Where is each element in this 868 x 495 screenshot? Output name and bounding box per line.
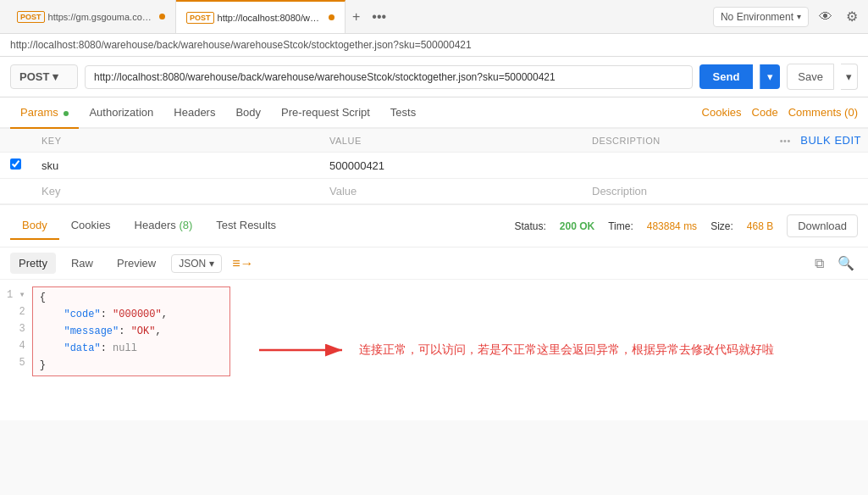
code-line-4: "data": null (40, 340, 223, 357)
status-label: Status: (514, 220, 545, 232)
tab-1[interactable]: POST https://gm.gsgouma.com/back/ (7, 0, 176, 33)
param-value-cell[interactable]: 500000421 (319, 153, 582, 179)
settings-icon-button[interactable]: ⚙ (843, 5, 861, 28)
th-actions: ••• Bulk Edit (717, 129, 868, 153)
param-checkbox[interactable] (10, 159, 21, 170)
resp-tab-body[interactable]: Body (10, 212, 59, 240)
params-dot (64, 111, 69, 116)
tab-actions: + ••• (349, 6, 390, 28)
download-button[interactable]: Download (787, 214, 858, 237)
param-row-actions (717, 153, 868, 179)
chevron-down-icon: ▾ (797, 12, 801, 21)
code-and-annotation: 1 ▾ 2 3 4 5 { "code": "000000", "message… (0, 280, 868, 420)
bulk-edit-link[interactable]: Bulk Edit (800, 134, 861, 147)
size-value: 468 B (747, 220, 773, 232)
method-chevron-icon: ▾ (53, 70, 58, 83)
response-tabs: Body Cookies Headers (8) Test Results (10, 212, 288, 240)
code-line-3: "message": "OK", (40, 323, 223, 340)
save-button[interactable]: Save (787, 64, 834, 90)
param-desc-cell[interactable] (582, 153, 717, 179)
search-icon-button[interactable]: 🔍 (834, 253, 858, 273)
code-right-icons: ⧉ 🔍 (811, 253, 858, 273)
prerequest-tab-label: Pre-request Script (281, 106, 370, 119)
params-section: KEY VALUE DESCRIPTION ••• Bulk Edit sku … (0, 129, 868, 204)
code-tab-raw[interactable]: Raw (63, 253, 102, 274)
tab-body[interactable]: Body (225, 97, 271, 129)
empty-desc-cell[interactable]: Description (582, 179, 717, 204)
tab2-url: http://localhost:8080/warehous (218, 13, 324, 23)
tab-authorization[interactable]: Authorization (79, 97, 163, 129)
three-dots-icon[interactable]: ••• (780, 136, 791, 146)
body-tab-label: Body (235, 106, 261, 119)
breadcrumb: http://localhost:8080/warehouse/back/war… (0, 34, 868, 57)
resp-cookies-label: Cookies (71, 219, 111, 231)
format-selector[interactable]: JSON ▾ (171, 254, 222, 273)
empty-key-cell[interactable]: Key (31, 179, 319, 204)
wrap-icon[interactable]: ≡→ (232, 256, 253, 271)
tab-2[interactable]: POST http://localhost:8080/warehous (176, 0, 346, 33)
url-input[interactable] (85, 65, 693, 89)
code-tab-preview[interactable]: Preview (108, 253, 164, 274)
format-chevron-icon: ▾ (209, 258, 214, 270)
line-num-3: 3 (7, 320, 25, 337)
tab1-method: POST (17, 11, 45, 23)
param-key-cell[interactable]: sku (31, 153, 319, 179)
table-row-empty: Key Value Description (0, 179, 868, 204)
headers-tab-label: Headers (174, 106, 215, 119)
environment-selector[interactable]: No Environment ▾ (713, 7, 809, 27)
raw-label: Raw (71, 257, 93, 270)
breadcrumb-text: http://localhost:8080/warehouse/back/war… (10, 39, 472, 51)
tab1-dot (159, 14, 165, 19)
copy-icon-button[interactable]: ⧉ (811, 254, 827, 273)
th-key: KEY (31, 129, 319, 153)
resp-tab-cookies[interactable]: Cookies (59, 212, 123, 240)
th-checkbox (0, 129, 31, 153)
pretty-label: Pretty (19, 257, 47, 270)
code-line-5: } (40, 357, 223, 374)
tab-prerequest[interactable]: Pre-request Script (271, 97, 380, 129)
params-tab-label: Params (20, 106, 58, 119)
tab2-method: POST (186, 12, 214, 24)
preview-label: Preview (117, 257, 156, 270)
line-num-5: 5 (7, 354, 25, 371)
tab-headers[interactable]: Headers (163, 97, 225, 129)
size-label: Size: (710, 220, 733, 232)
resp-tab-headers[interactable]: Headers (8) (123, 212, 205, 240)
top-tab-bar: POST https://gm.gsgouma.com/back/ POST h… (0, 0, 868, 34)
resp-headers-label: Headers (135, 219, 176, 231)
line-num-4: 4 (7, 337, 25, 354)
comments-link[interactable]: Comments (0) (788, 106, 858, 119)
response-status-info: Status: 200 OK Time: 483884 ms Size: 468… (514, 214, 858, 237)
nav-tabs-right: Cookies Code Comments (0) (702, 106, 858, 119)
add-tab-button[interactable]: + (349, 6, 363, 28)
tab1-url: https://gm.gsgouma.com/back/ (48, 12, 155, 22)
save-chevron-button[interactable]: ▾ (841, 64, 858, 90)
time-value: 483884 ms (647, 220, 697, 232)
code-tab-pretty[interactable]: Pretty (10, 253, 56, 274)
line-num-1: 1 ▾ (7, 286, 25, 303)
code-lines: 1 ▾ 2 3 4 5 { "code": "000000", "message… (0, 286, 237, 376)
resp-testresults-label: Test Results (216, 219, 276, 231)
code-line-2: "code": "000000", (40, 306, 223, 323)
resp-tab-test-results[interactable]: Test Results (204, 212, 288, 240)
method-selector[interactable]: POST ▾ (10, 64, 78, 89)
time-label: Time: (608, 220, 633, 232)
code-link[interactable]: Code (752, 106, 778, 119)
th-description: DESCRIPTION (582, 129, 717, 153)
tab-tests[interactable]: Tests (380, 97, 426, 129)
param-checkbox-cell[interactable] (0, 153, 31, 179)
cookies-link[interactable]: Cookies (702, 106, 742, 119)
status-code: 200 OK (560, 220, 594, 232)
line-num-2: 2 (7, 303, 25, 320)
eye-icon-button[interactable]: 👁 (815, 6, 836, 28)
more-tabs-button[interactable]: ••• (368, 6, 390, 28)
empty-value-cell[interactable]: Value (319, 179, 582, 204)
send-button[interactable]: Send (699, 64, 754, 89)
nav-tabs-row: Params Authorization Headers Body Pre-re… (0, 97, 868, 129)
annotation-area: 连接正常，可以访问，若是不正常这里会返回异常，根据异常去修改代码就好啦 (237, 286, 868, 414)
authorization-tab-label: Authorization (89, 106, 153, 119)
send-chevron-button[interactable]: ▾ (760, 64, 780, 89)
tab-params[interactable]: Params (10, 97, 79, 129)
code-area: 1 ▾ 2 3 4 5 { "code": "000000", "message… (0, 286, 237, 414)
response-section: Body Cookies Headers (8) Test Results St… (0, 204, 868, 420)
